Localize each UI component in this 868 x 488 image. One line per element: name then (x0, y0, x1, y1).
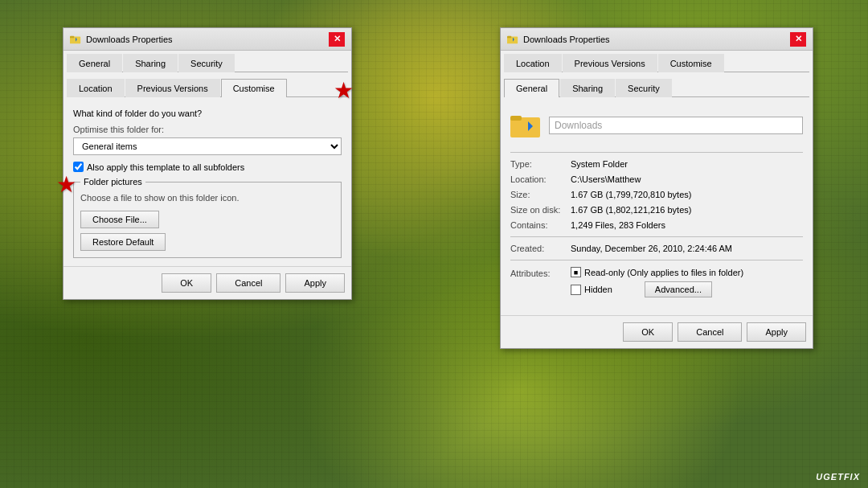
dialog-general: Downloads Properties ✕ Location Previous… (500, 27, 813, 349)
dialog1-tabs-row2: Location Previous Versions Customise (67, 79, 348, 97)
dialog2-ok-button[interactable]: OK (623, 322, 673, 342)
dialog2-footer: OK Cancel Apply (501, 315, 813, 348)
advanced-button[interactable]: Advanced... (645, 281, 712, 297)
choose-file-button[interactable]: Choose File... (80, 211, 159, 228)
dialog2-cancel-button[interactable]: Cancel (678, 322, 742, 342)
created-label: Created: (510, 244, 571, 253)
dialog2-titlebar: Downloads Properties ✕ (501, 28, 813, 51)
hidden-checkbox[interactable] (571, 285, 581, 295)
location-row: Location: C:\Users\Matthew (510, 174, 803, 184)
tab2-customise[interactable]: Customise (658, 54, 724, 72)
readonly-label: Read-only (Only applies to files in fold… (584, 268, 743, 277)
dialog1-title-icon (70, 34, 81, 45)
contains-label: Contains: (510, 220, 571, 230)
watermark: UGETFIX (816, 472, 860, 482)
created-row: Created: Sunday, December 26, 2010, 2:24… (510, 244, 803, 253)
dialog1-title: Downloads Properties (86, 35, 324, 44)
dialog2-apply-button[interactable]: Apply (747, 322, 806, 342)
folder-name-input[interactable] (549, 117, 803, 134)
folder-question: What kind of folder do you want? (73, 109, 342, 118)
tab-security[interactable]: Security (178, 54, 235, 72)
folder-pictures-fieldset: Folder pictures Choose a file to show on… (73, 177, 342, 258)
dialog1-tabs-row1: General Sharing Security (67, 54, 348, 72)
hidden-checkbox-row: Hidden (571, 285, 612, 295)
dialog1-content: General Sharing Security Location Previo… (63, 51, 351, 266)
dialog2-content: Location Previous Versions Customise Gen… (501, 51, 813, 315)
svg-rect-4 (507, 35, 511, 38)
dialog1-cancel-button[interactable]: Cancel (216, 273, 280, 293)
tab-customise[interactable]: Customise (221, 79, 287, 97)
contains-value: 1,249 Files, 283 Folders (571, 220, 803, 230)
svg-rect-1 (70, 35, 74, 38)
tab2-previous-versions[interactable]: Previous Versions (563, 54, 657, 72)
type-value: System Folder (571, 159, 803, 169)
tab2-security[interactable]: Security (616, 79, 672, 97)
folder-header (510, 109, 803, 142)
readonly-checkbox[interactable] (571, 267, 581, 277)
location-value: C:\Users\Matthew (571, 174, 803, 184)
dialog2-title-icon (507, 34, 518, 45)
restore-default-button[interactable]: Restore Default (80, 233, 166, 251)
dialog1-footer: OK Cancel Apply (63, 266, 351, 299)
subfolders-checkbox[interactable] (73, 162, 84, 172)
subfolders-label[interactable]: Also apply this template to all subfolde… (87, 162, 244, 172)
tab-sharing[interactable]: Sharing (123, 54, 178, 72)
size-value: 1.67 GB (1,799,720,810 bytes) (571, 190, 803, 199)
attributes-values: Read-only (Only applies to files in fold… (571, 267, 743, 301)
tab2-sharing[interactable]: Sharing (560, 79, 615, 97)
dialog-customise: Downloads Properties ✕ General Sharing S… (63, 27, 352, 300)
size-disk-value: 1.67 GB (1,802,121,216 bytes) (571, 205, 803, 215)
dialog2-tabs-row2: General Sharing Security (504, 79, 809, 97)
type-label: Type: (510, 159, 571, 169)
hidden-row: Hidden Advanced... (571, 281, 743, 297)
size-row: Size: 1.67 GB (1,799,720,810 bytes) (510, 190, 803, 199)
readonly-row: Read-only (Only applies to files in fold… (571, 267, 743, 277)
dialog1-apply-button[interactable]: Apply (285, 273, 345, 293)
dialog2-close-button[interactable]: ✕ (790, 32, 806, 47)
folder-pictures-legend: Folder pictures (80, 177, 145, 187)
dialog1-titlebar: Downloads Properties ✕ (63, 28, 351, 51)
svg-rect-7 (510, 116, 522, 121)
folder-pictures-desc: Choose a file to show on this folder ico… (80, 193, 334, 203)
tab2-location[interactable]: Location (504, 54, 562, 72)
size-disk-row: Size on disk: 1.67 GB (1,802,121,216 byt… (510, 205, 803, 215)
folder-icon-large (510, 112, 541, 139)
size-label: Size: (510, 190, 571, 199)
optimise-label: Optimise this folder for: (73, 125, 342, 134)
attributes-label: Attributes: (510, 269, 571, 278)
optimise-dropdown[interactable]: General items Documents Pictures Music V… (73, 137, 342, 155)
tab-previous-versions[interactable]: Previous Versions (125, 79, 220, 97)
contains-row: Contains: 1,249 Files, 283 Folders (510, 220, 803, 230)
location-label: Location: (510, 174, 571, 184)
dialog2-tabs-row1: Location Previous Versions Customise (504, 54, 809, 72)
attributes-row: Attributes: Read-only (Only applies to f… (510, 267, 803, 301)
type-row: Type: System Folder (510, 159, 803, 169)
dialog1-ok-button[interactable]: OK (162, 273, 211, 293)
subfolders-checkbox-row: Also apply this template to all subfolde… (73, 162, 342, 172)
hidden-label: Hidden (584, 285, 612, 294)
tab-location[interactable]: Location (67, 79, 125, 97)
dialog1-close-button[interactable]: ✕ (329, 32, 345, 47)
created-value: Sunday, December 26, 2010, 2:24:46 AM (571, 244, 803, 253)
dialog2-title: Downloads Properties (523, 35, 785, 44)
tab-general[interactable]: General (67, 54, 122, 72)
size-disk-label: Size on disk: (510, 205, 571, 215)
tab2-general[interactable]: General (504, 79, 559, 97)
